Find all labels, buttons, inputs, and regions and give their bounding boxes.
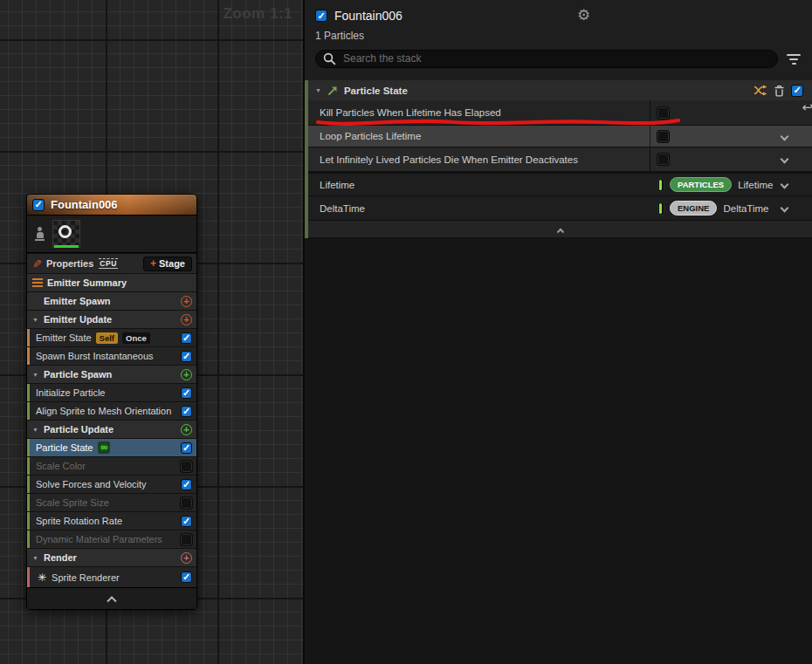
particle-state-section-header[interactable]: ▼ Particle State — [308, 80, 812, 100]
add-module-icon[interactable]: + — [181, 296, 192, 307]
group-emitter-update[interactable]: ▼ Emitter Update + — [27, 310, 196, 328]
collapse-triangle-icon[interactable]: ▼ — [32, 555, 44, 561]
emitter-properties-row[interactable]: ✎ Properties CPU + Stage — [27, 253, 196, 273]
chevron-down-icon[interactable] — [781, 132, 789, 140]
module-scale-sprite-size[interactable]: Scale Sprite Size — [27, 493, 196, 511]
bound-attribute-name: Lifetime — [738, 180, 773, 190]
module-enabled-checkbox[interactable]: ✓ — [181, 572, 192, 583]
niagara-graph-canvas[interactable]: Zoom 1:1 ✓ Fountain006 ✎ Properties CPU … — [0, 0, 303, 664]
group-label: Render — [44, 552, 77, 563]
emitter-thumbnail-row — [27, 216, 196, 253]
emitter-summary-label: Emitter Summary — [47, 277, 127, 288]
add-stage-button[interactable]: + Stage — [143, 257, 192, 271]
module-enabled-checkbox[interactable]: ✓ — [181, 387, 192, 399]
module-enabled-checkbox[interactable]: ✓ — [181, 479, 192, 490]
emitter-node-header[interactable]: ✓ Fountain006 — [27, 195, 196, 216]
bool-checkbox[interactable] — [657, 154, 669, 165]
collapse-triangle-icon[interactable]: ▼ — [32, 372, 44, 378]
search-input[interactable] — [315, 50, 778, 68]
module-solve-forces[interactable]: Solve Forces and Velocity ✓ — [27, 475, 196, 493]
property-row-kill-particles[interactable]: Kill Particles When Lifetime Has Elapsed… — [308, 100, 812, 126]
reset-to-default-icon[interactable]: ↩ — [802, 100, 812, 113]
input-pin-icon[interactable] — [657, 178, 664, 192]
gear-icon[interactable]: ⚙ — [577, 6, 590, 24]
selection-details-panel: ✓ Fountain006 ⚙ 1 Particles ▼ — [303, 0, 812, 664]
emitter-material-thumbnail[interactable] — [53, 221, 79, 247]
search-icon — [323, 52, 336, 65]
emitter-enabled-checkbox[interactable]: ✓ — [32, 199, 45, 211]
property-row-lifetime[interactable]: Lifetime PARTICLES Lifetime — [308, 172, 812, 196]
input-pin-icon[interactable] — [657, 202, 664, 216]
bool-checkbox[interactable] — [657, 131, 669, 142]
module-label: Scale Color — [36, 461, 86, 471]
group-particle-spawn[interactable]: ▼ Particle Spawn + — [27, 365, 196, 383]
group-emitter-spawn[interactable]: Emitter Spawn + — [27, 291, 196, 310]
module-particle-state[interactable]: Particle State ∞ ✓ — [27, 438, 196, 456]
particle-state-section: ▼ Particle State — [305, 80, 812, 238]
property-label: Let Infinitely Lived Particles Die When … — [308, 147, 650, 171]
module-arrow-icon — [327, 86, 338, 96]
module-enabled-checkbox[interactable]: ✓ — [181, 442, 192, 454]
module-label: Align Sprite to Mesh Orientation — [36, 406, 171, 416]
module-enabled-checkbox[interactable]: ✓ — [181, 332, 192, 344]
module-label: Scale Sprite Size — [36, 497, 109, 508]
particles-count-label: 1 Particles — [315, 30, 802, 42]
engine-namespace-badge: ENGINE — [670, 201, 717, 216]
module-enabled-checkbox[interactable]: ✓ — [181, 406, 192, 417]
module-spawn-burst[interactable]: Spawn Burst Instantaneous ✓ — [27, 346, 196, 365]
module-sprite-rotation-rate[interactable]: Sprite Rotation Rate ✓ — [27, 511, 196, 530]
emitter-actor-icon[interactable] — [35, 227, 45, 241]
properties-label: Properties — [46, 258, 93, 269]
thumbnail-selected-underline — [54, 245, 79, 248]
property-row-deltatime[interactable]: DeltaTime ENGINE DeltaTime — [308, 196, 812, 221]
module-enabled-checkbox[interactable]: ✓ — [791, 85, 803, 97]
module-enabled-checkbox[interactable] — [181, 461, 192, 472]
collapse-triangle-icon[interactable]: ▼ — [315, 87, 321, 93]
group-particle-update[interactable]: ▼ Particle Update + — [27, 420, 196, 438]
filter-icon[interactable] — [786, 54, 802, 65]
emitter-node[interactable]: ✓ Fountain006 ✎ Properties CPU + Stage E… — [26, 194, 197, 610]
module-sprite-renderer[interactable]: ✳ Sprite Renderer ✓ — [27, 566, 196, 587]
module-label: Sprite Rotation Rate — [36, 516, 122, 526]
module-enabled-checkbox[interactable] — [181, 497, 192, 509]
node-collapse-button[interactable] — [27, 587, 196, 609]
module-enabled-checkbox[interactable]: ✓ — [181, 351, 192, 362]
bound-attribute-name: DeltaTime — [723, 203, 768, 214]
summary-list-icon — [32, 278, 43, 287]
module-label: Dynamic Material Parameters — [36, 534, 162, 544]
module-initialize-particle[interactable]: Initialize Particle ✓ — [27, 383, 196, 401]
emitter-summary-row[interactable]: Emitter Summary — [27, 273, 196, 291]
property-label: DeltaTime — [308, 196, 650, 220]
section-collapse-button[interactable] — [308, 221, 812, 238]
collapse-triangle-icon[interactable]: ▼ — [32, 317, 44, 323]
property-label: Lifetime — [308, 174, 650, 195]
emitter-enabled-checkbox[interactable]: ✓ — [315, 10, 327, 22]
chevron-down-icon[interactable] — [781, 204, 789, 213]
delete-module-icon[interactable] — [774, 85, 785, 97]
bool-checkbox[interactable] — [657, 107, 669, 119]
property-label: Kill Particles When Lifetime Has Elapsed — [308, 100, 650, 125]
chevron-down-icon[interactable] — [781, 181, 789, 189]
property-label: Loop Particles Lifetime — [308, 126, 650, 147]
randomize-seed-icon[interactable] — [754, 85, 767, 96]
zoom-level-label: Zoom 1:1 — [223, 5, 292, 23]
add-module-icon[interactable]: + — [181, 369, 192, 380]
property-row-let-infinitely-lived[interactable]: Let Infinitely Lived Particles Die When … — [308, 147, 812, 172]
module-dynamic-material-params[interactable]: Dynamic Material Parameters — [27, 530, 196, 548]
add-module-icon[interactable]: + — [181, 424, 192, 435]
module-align-sprite[interactable]: Align Sprite to Mesh Orientation ✓ — [27, 401, 196, 420]
add-module-icon[interactable]: + — [181, 552, 192, 564]
panel-title: Fountain006 — [334, 9, 403, 23]
module-scale-color[interactable]: Scale Color — [27, 456, 196, 475]
group-label: Emitter Update — [44, 314, 112, 325]
self-badge: Self — [96, 332, 118, 344]
collapse-triangle-icon[interactable]: ▼ — [32, 427, 44, 433]
group-render[interactable]: ▼ Render + — [27, 548, 196, 566]
sprite-icon: ✳ — [38, 572, 46, 584]
module-emitter-state[interactable]: Emitter State Self Once ✓ — [27, 328, 196, 346]
module-enabled-checkbox[interactable]: ✓ — [181, 516, 192, 527]
module-enabled-checkbox[interactable] — [181, 534, 192, 545]
add-module-icon[interactable]: + — [181, 314, 192, 325]
chevron-down-icon[interactable] — [781, 155, 789, 164]
property-row-loop-lifetime[interactable]: Loop Particles Lifetime — [308, 126, 812, 147]
